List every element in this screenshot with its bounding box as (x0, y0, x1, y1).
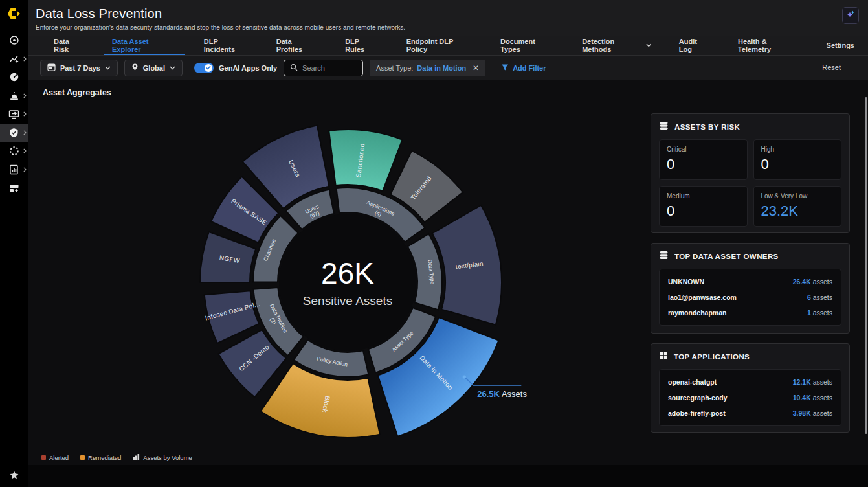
top-applications-title: TOP APPLICATIONS (674, 353, 750, 361)
chevron-right-icon (23, 93, 27, 98)
list-item-raymondchapman[interactable]: raymondchapman1 assets (668, 305, 832, 321)
scope-label: Global (143, 64, 165, 72)
top-data-asset-owners-panel: TOP DATA ASSET OWNERS UNKNOWN26.4K asset… (651, 243, 850, 334)
tab-data-profiles[interactable]: Data Profiles (263, 36, 331, 55)
calendar-icon (47, 63, 56, 73)
sidebar-item-services[interactable] (0, 142, 28, 161)
target-icon (9, 35, 19, 45)
top-applications-panel: TOP APPLICATIONS openai-chatgpt12.1K ass… (651, 343, 850, 433)
tab-data-risk[interactable]: Data Risk (40, 36, 98, 55)
scope-dropdown[interactable]: Global (124, 60, 183, 76)
incidents-alerts-icon (9, 91, 19, 101)
bar-chart-icon (133, 453, 140, 462)
sidebar-item-add-apps[interactable] (0, 179, 28, 198)
chevron-down-icon (646, 43, 652, 47)
add-filter-button[interactable]: Add Filter (501, 63, 546, 73)
chip-value: Data in Motion (417, 64, 466, 72)
tab-dlp-incidents[interactable]: DLP Incidents (190, 36, 263, 55)
list-item-lao1-panwsase-com[interactable]: lao1@panwsase.com6 assets (668, 289, 832, 305)
genai-apps-toggle[interactable] (194, 63, 214, 73)
tab-health-telemetry[interactable]: Health & Telemetry (724, 36, 813, 55)
reset-button[interactable]: Reset (822, 63, 841, 71)
funnel-icon (501, 63, 509, 73)
time-range-dropdown[interactable]: Past 7 Days (40, 60, 118, 76)
assets-by-risk-panel: ASSETS BY RISK Critical0High0Medium0Low … (651, 113, 850, 233)
sidebar-item-incidents-alerts[interactable] (0, 87, 28, 106)
center-value: 26K (321, 256, 374, 290)
sidebar-item-dashboard[interactable] (0, 68, 28, 87)
dashboard-icon (9, 72, 19, 82)
insights-icon (9, 54, 19, 64)
palo-alto-logo-icon[interactable] (5, 5, 22, 22)
search-input[interactable] (302, 64, 357, 72)
sidebar-item-security-shield[interactable] (0, 124, 28, 142)
tab-audit-log[interactable]: Audit Log (665, 36, 724, 55)
ai-copilot-button[interactable] (842, 7, 859, 24)
reports-icon (9, 164, 19, 175)
list-item-adobe-firefly-post[interactable]: adobe-firefly-post3.98K assets (668, 405, 832, 421)
page-title: Data Loss Prevention (36, 6, 162, 21)
database-icon (659, 121, 669, 133)
legend-item-alerted[interactable]: Alerted (41, 454, 69, 461)
tab-data-asset-explorer[interactable]: Data Asset Explorer (98, 36, 190, 55)
sidebar-item-reports[interactable] (0, 161, 28, 179)
segment-sanctioned[interactable] (329, 130, 402, 191)
page-header: Data Loss Prevention Enforce your organi… (28, 0, 868, 36)
top-owners-title: TOP DATA ASSET OWNERS (674, 253, 779, 260)
sidebar-item-target[interactable] (0, 31, 28, 50)
tab-endpoint-dlp-policy[interactable]: Endpoint DLP Policy (393, 36, 487, 55)
chevron-right-icon (23, 130, 27, 135)
time-range-label: Past 7 Days (60, 64, 100, 72)
tab-dlp-rules[interactable]: DLP Rules (331, 36, 392, 55)
callout-label: 26.5K Assets (477, 389, 527, 399)
close-icon[interactable]: ✕ (473, 63, 479, 73)
database-icon (659, 251, 669, 262)
chart-legend: AlertedRemediatedAssets by Volume (41, 453, 192, 462)
risk-card-critical[interactable]: Critical0 (659, 139, 748, 180)
tab-detection-methods[interactable]: Detection Methods (568, 36, 665, 55)
tab-bar: Data RiskData Asset ExplorerDLP Incident… (28, 36, 868, 56)
filter-bar: Past 7 Days Global GenAI Apps Only Asset… (28, 56, 868, 80)
dlp-app-window: Data Loss Prevention Enforce your organi… (0, 0, 868, 487)
risk-card-medium[interactable]: Medium0 (659, 186, 748, 227)
services-icon (9, 146, 19, 156)
chevron-down-icon (105, 66, 111, 70)
grid-icon (659, 351, 668, 363)
asset-aggregates-sunburst-chart: Users(57)Applications(4)Data TypeAsset T… (28, 83, 651, 465)
genai-apps-toggle-label: GenAI Apps Only (219, 64, 277, 72)
tab-document-types[interactable]: Document Types (487, 36, 568, 55)
chevron-right-icon (23, 167, 27, 172)
chevron-right-icon (23, 148, 27, 153)
risk-card-low-very-low[interactable]: Low & Very Low23.2K (753, 186, 842, 227)
scrollbar-thumb[interactable] (865, 97, 867, 434)
workflows-icon (8, 109, 19, 119)
chevron-down-icon (170, 66, 175, 70)
search-icon (290, 62, 298, 74)
list-item-sourcegraph-cody[interactable]: sourcegraph-cody10.4K assets (668, 390, 832, 405)
favorites-star-icon[interactable] (9, 470, 19, 483)
risk-card-high[interactable]: High0 (753, 139, 842, 180)
section-title: Asset Aggregates (43, 88, 111, 97)
sidebar-item-insights[interactable] (0, 50, 28, 69)
location-pin-icon (131, 63, 139, 73)
asset-type-filter-chip[interactable]: Asset Type: Data in Motion ✕ (370, 60, 485, 76)
legend-item-remediated[interactable]: Remediated (80, 454, 121, 461)
assets-by-risk-title: ASSETS BY RISK (674, 123, 740, 131)
chevron-right-icon (23, 111, 27, 117)
page-subtitle: Enforce your organization's data securit… (36, 24, 405, 31)
search-box[interactable] (284, 60, 363, 76)
list-item-unknown[interactable]: UNKNOWN26.4K assets (668, 274, 832, 289)
left-sidebar (0, 0, 28, 487)
legend-item-assets-by-volume[interactable]: Assets by Volume (133, 453, 192, 462)
right-panel-column: ASSETS BY RISK Critical0High0Medium0Low … (651, 113, 850, 442)
center-label: Sensitive Assets (303, 294, 392, 308)
list-item-openai-chatgpt[interactable]: openai-chatgpt12.1K assets (668, 374, 832, 390)
callout-dot (463, 375, 466, 378)
chip-label: Asset Type: (376, 64, 413, 72)
chevron-right-icon (23, 56, 27, 62)
tab-settings[interactable]: Settings (813, 36, 868, 55)
check-icon (206, 65, 211, 70)
add-apps-icon (9, 183, 19, 193)
sidebar-item-workflows[interactable] (0, 105, 28, 124)
security-shield-icon (9, 128, 19, 138)
